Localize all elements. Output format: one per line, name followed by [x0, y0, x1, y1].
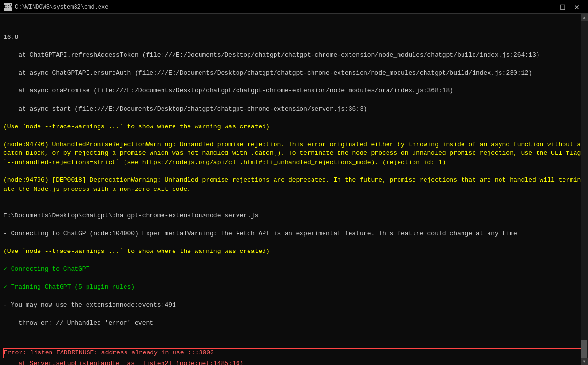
console-line-0: 16.8 [3, 33, 585, 42]
title-bar-controls: — ☐ ✕ [541, 2, 584, 12]
cmd-icon: C:\ [4, 3, 12, 11]
scroll-up-button[interactable]: ▲ [581, 14, 588, 21]
console-body: 16.8 at ChatGPTAPI.refreshAccessToken (f… [0, 14, 588, 365]
console-line-3: at async oraPromise (file:///E:/Document… [3, 87, 585, 96]
console-line-2: at async ChatGPTAPI.ensureAuth (file:///… [3, 69, 585, 78]
console-content: 16.8 at ChatGPTAPI.refreshAccessToken (f… [3, 16, 585, 365]
console-line-9: E:\Documents\Desktop\chatgpt\chatgpt-chr… [3, 212, 585, 221]
console-line-14: - You may now use the extensionnode:even… [3, 301, 585, 310]
console-line-12: ✓ Connecting to ChatGPT [3, 265, 585, 274]
console-line-15: throw er; // Unhandled 'error' event [3, 319, 585, 328]
title-bar: C:\ C:\WINDOWS\system32\cmd.exe — ☐ ✕ [0, 0, 588, 14]
console-line-11: (Use `node --trace-warnings ...` to show… [3, 247, 585, 256]
maximize-button[interactable]: ☐ [556, 2, 569, 12]
minimize-button[interactable]: — [541, 2, 555, 12]
console-line-10: - Connecting to ChatGPT(node:104000) Exp… [3, 229, 585, 239]
scroll-down-button[interactable]: ▼ [581, 358, 588, 365]
cmd-window: C:\ C:\WINDOWS\system32\cmd.exe — ☐ ✕ 16… [0, 0, 588, 365]
console-line-18: at Server.setupListenHandle [as _listen2… [3, 359, 585, 365]
console-line-7: (node:94796) [DEP0018] DeprecationWarnin… [3, 176, 585, 194]
console-line-17: Error: listen EADDRINUSE: address alread… [4, 349, 584, 358]
console-line-6: (node:94796) UnhandledPromiseRejectionWa… [3, 140, 585, 168]
console-line-1: at ChatGPTAPI.refreshAccessToken (file:/… [3, 51, 585, 60]
console-line-5: (Use `node --trace-warnings ...` to show… [3, 123, 585, 132]
title-bar-text: C:\WINDOWS\system32\cmd.exe [15, 4, 541, 11]
scrollbar[interactable]: ▲ ▼ [581, 14, 588, 365]
scrollbar-thumb[interactable] [581, 340, 587, 360]
console-line-4: at async start (file:///E:/Documents/Des… [3, 105, 585, 114]
console-line-13: ✓ Training ChatGPT (5 plugin rules) [3, 283, 585, 292]
close-button[interactable]: ✕ [570, 2, 584, 12]
